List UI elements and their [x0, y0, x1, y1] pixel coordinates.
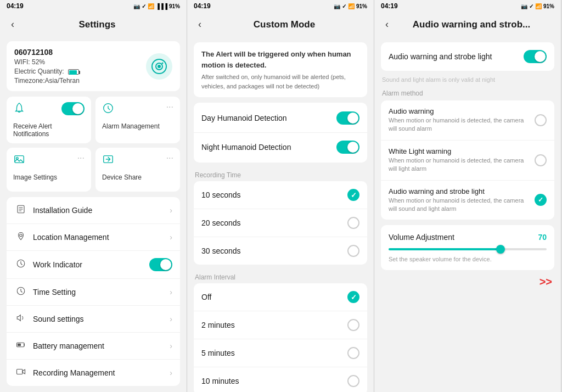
alarm-option-strobe-desc: When motion or humanoid is detected, the…: [389, 197, 529, 214]
custom-mode-screen: 04:19 📷 ✓ 📶 91% ‹ Custom Mode The Alert …: [187, 0, 374, 392]
device-share-icon: [102, 153, 114, 168]
device-timezone: Timezone:Asia/Tehran: [14, 77, 80, 85]
status-bar-2: 04:19 📷 ✓ 📶 91%: [187, 0, 374, 12]
custom-mode-content: The Alert will be triggered only when hu…: [187, 37, 374, 392]
recording-30sec-label: 30 seconds: [201, 247, 241, 255]
sub-note: Sound and light alarm is only valid at n…: [381, 74, 554, 87]
grid-card-alarm-mgmt-top: ···: [102, 102, 173, 117]
settings-item-recording[interactable]: Recording Management ›: [7, 360, 180, 386]
image-settings-icon: [13, 153, 25, 168]
status-bar-1: 04:19 📷 ✓ 📶 ▐▐▐ 91%: [0, 0, 187, 12]
volume-slider[interactable]: [389, 248, 547, 250]
alarm-option-strobe-title: Audio warning and strobe light: [389, 187, 529, 195]
alarm-off-label: Off: [201, 293, 211, 301]
battery-icon: [14, 340, 27, 352]
recording-icon: [14, 367, 27, 379]
device-camera-icon: [146, 53, 172, 80]
volume-slider-fill: [389, 248, 499, 250]
volume-header: Volume Adjustment 70: [389, 233, 547, 242]
alarm-off[interactable]: Off: [194, 283, 367, 311]
alarm-5min[interactable]: 5 minutes: [194, 339, 367, 367]
image-settings-label: Image Settings: [13, 173, 85, 181]
back-button-custom[interactable]: ‹: [196, 16, 204, 32]
grid-card-device-share-top: ···: [102, 153, 173, 168]
alarm-option-strobe-radio[interactable]: [535, 194, 547, 206]
audio-main-toggle-card[interactable]: Audio warning and strobe light: [381, 42, 554, 71]
alarm-off-radio[interactable]: [347, 291, 359, 303]
tick-icon2: ✓: [342, 3, 346, 9]
wifi-status3: 📶: [535, 3, 542, 9]
alarm-option-strobe-text: Audio warning and strobe light When moti…: [389, 187, 529, 214]
location-label: Location Management: [33, 233, 170, 242]
status-time-2: 04:19: [194, 2, 211, 10]
wifi-status2: 📶: [348, 3, 355, 9]
work-indicator-toggle[interactable]: [149, 258, 172, 271]
device-share-dots: ···: [166, 153, 173, 163]
signal-status: ▐▐▐: [156, 3, 167, 9]
alarm-option-white-light-radio[interactable]: [535, 154, 547, 166]
night-humanoid-toggle[interactable]: [336, 141, 359, 154]
volume-slider-thumb[interactable]: [496, 245, 505, 254]
settings-list: Installation Guide › Location Management…: [7, 197, 180, 386]
location-chevron: ›: [170, 233, 172, 242]
svg-rect-13: [18, 344, 21, 346]
sound-chevron: ›: [170, 315, 172, 323]
alert-notice-sub: After switched on, only humanoid will be…: [201, 72, 359, 91]
alarm-2min[interactable]: 2 minutes: [194, 311, 367, 339]
alarm-5min-label: 5 minutes: [201, 349, 235, 357]
settings-item-work-indicator[interactable]: Work Indicator: [7, 251, 180, 279]
settings-item-time[interactable]: Time Setting ›: [7, 279, 180, 306]
recording-30sec[interactable]: 30 seconds: [194, 237, 367, 265]
settings-item-sound[interactable]: Sound settings ›: [7, 306, 180, 333]
recording-10sec-radio[interactable]: [347, 189, 359, 201]
status-icons-2: 📷 ✓ 📶 91%: [334, 3, 367, 9]
day-humanoid-item[interactable]: Day Humanoid Detection: [194, 104, 367, 133]
status-time-3: 04:19: [381, 2, 398, 10]
night-humanoid-item[interactable]: Night Humanoid Detection: [194, 133, 367, 161]
receive-alert-icon: [13, 102, 25, 117]
alarm-10min-label: 10 minutes: [201, 377, 239, 385]
battery-label: Battery management: [33, 341, 170, 350]
alarm-section-label: Alarm Interval: [194, 270, 367, 283]
volume-hint: Set the speaker volume for the device.: [389, 256, 547, 262]
alarm-option-audio-radio[interactable]: [535, 114, 547, 126]
alarm-option-white-light-title: White Light warning: [389, 147, 529, 155]
grid-card-device-share[interactable]: ··· Device Share: [95, 148, 180, 192]
device-info-card: 060712108 WIFI: 52% Electric Quantity: T…: [7, 41, 180, 91]
grid-card-alarm-mgmt[interactable]: ··· Alarm Management: [95, 97, 180, 143]
grid-card-image-settings[interactable]: ··· Image Settings: [7, 148, 91, 192]
night-humanoid-label: Night Humanoid Detection: [201, 143, 291, 152]
alarm-option-strobe[interactable]: Audio warning and strobe light When moti…: [381, 181, 554, 220]
alarm-2min-radio[interactable]: [347, 319, 359, 331]
settings-item-location[interactable]: Location Management ›: [7, 224, 180, 251]
settings-item-installation[interactable]: Installation Guide ›: [7, 197, 180, 224]
arrow-row-audio: >>: [381, 273, 554, 290]
audio-main-toggle[interactable]: [524, 50, 547, 63]
recording-20sec-radio[interactable]: [347, 217, 359, 229]
work-indicator-icon: [14, 259, 27, 271]
back-button-audio[interactable]: ‹: [383, 16, 391, 32]
installation-label: Installation Guide: [33, 206, 170, 215]
alarm-10min-radio[interactable]: [347, 375, 359, 387]
back-button-settings[interactable]: ‹: [9, 16, 16, 32]
recording-30sec-radio[interactable]: [347, 245, 359, 257]
sound-label: Sound settings: [33, 315, 170, 323]
recording-time-list: 10 seconds 20 seconds 30 seconds: [194, 181, 367, 265]
camera-icon-status3: 📷: [521, 3, 527, 9]
alarm-option-audio[interactable]: Audio warning When motion or humanoid is…: [381, 100, 554, 141]
receive-alert-toggle[interactable]: [61, 102, 85, 115]
alarm-option-white-light[interactable]: White Light warning When motion or human…: [381, 141, 554, 181]
alarm-option-audio-desc: When motion or humanoid is detected, the…: [389, 116, 529, 133]
recording-10sec[interactable]: 10 seconds: [194, 181, 367, 209]
image-settings-dots: ···: [77, 153, 85, 163]
tick-icon: ✓: [142, 3, 146, 9]
alert-notice-title: The Alert will be triggered only when hu…: [201, 49, 359, 70]
day-humanoid-toggle[interactable]: [336, 111, 359, 125]
alarm-5min-radio[interactable]: [347, 347, 359, 359]
settings-title: Settings: [16, 19, 178, 30]
settings-screen: 04:19 📷 ✓ 📶 ▐▐▐ 91% ‹ Settings 060712108…: [0, 0, 187, 392]
alarm-10min[interactable]: 10 minutes: [194, 367, 367, 392]
settings-item-battery[interactable]: Battery management ›: [7, 333, 180, 360]
grid-card-receive-alert[interactable]: Receive Alert Notifications: [7, 97, 91, 143]
recording-20sec[interactable]: 20 seconds: [194, 209, 367, 237]
